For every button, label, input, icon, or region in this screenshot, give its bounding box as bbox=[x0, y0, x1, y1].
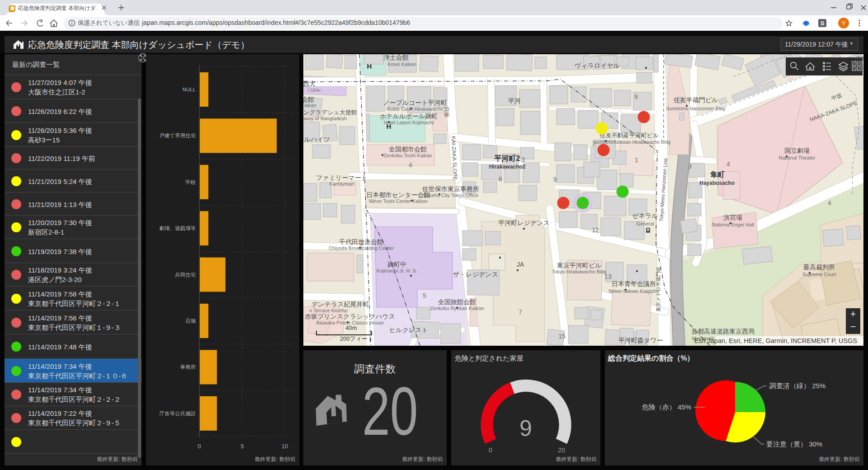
svg-text:Familymart: Familymart bbox=[330, 181, 354, 187]
svg-text:危険（赤） 45%: 危険（赤） 45% bbox=[642, 403, 691, 411]
svg-text:Sumitomofudosan Hirakawacho Bl: Sumitomofudosan Hirakawacho Bldg bbox=[593, 139, 670, 145]
svg-text:東京メトロ半蔵門線: 東京メトロ半蔵門線 bbox=[656, 267, 661, 312]
svg-text:隼町: 隼町 bbox=[710, 171, 725, 179]
svg-text:2: 2 bbox=[592, 140, 596, 147]
svg-text:住友半蔵門ビル: 住友半蔵門ビル bbox=[674, 96, 718, 103]
svg-text:会館: 会館 bbox=[303, 96, 314, 103]
svg-text:演芸場: 演芸場 bbox=[723, 214, 742, 221]
svg-text:1: 1 bbox=[635, 156, 638, 164]
svg-text:9: 9 bbox=[634, 93, 638, 100]
svg-text:事務所: 事務所 bbox=[180, 364, 196, 370]
svg-text:0: 0 bbox=[489, 446, 492, 454]
svg-text:7: 7 bbox=[519, 308, 522, 315]
svg-text:15: 15 bbox=[558, 333, 566, 340]
svg-text:Hayabusacho: Hayabusacho bbox=[699, 180, 735, 186]
svg-text:4: 4 bbox=[828, 199, 831, 207]
svg-text:庁舎等公共施設: 庁舎等公共施設 bbox=[160, 411, 196, 416]
svg-text:Tokyo Hirakawacho Bldg: Tokyo Hirakawacho Bldg bbox=[552, 269, 606, 274]
svg-text:東京平河町ビル: 東京平河町ビル bbox=[557, 262, 602, 269]
svg-text:戸建て専用住宅: 戸建て専用住宅 bbox=[159, 133, 196, 138]
svg-text:応急危険度判定調査 本部向けダ: 応急危険度判定調査 本部向けダ bbox=[18, 5, 96, 11]
svg-text:平河町森タワー: 平河町森タワー bbox=[618, 337, 663, 344]
svg-text:ファミリーマート: ファミリーマート bbox=[316, 174, 368, 181]
svg-text:学校: 学校 bbox=[185, 179, 196, 185]
svg-text:Supreme Court: Supreme Court bbox=[802, 272, 836, 277]
svg-text:National Theater: National Theater bbox=[778, 155, 815, 160]
svg-text:住友不動産平河町ビル: 住友不動産平河町ビル bbox=[599, 132, 659, 139]
svg-text:平河町2: 平河町2 bbox=[494, 155, 520, 162]
svg-text:i Univ.: i Univ. bbox=[308, 87, 321, 93]
svg-text:デンテラス紀尾井町: デンテラス紀尾井町 bbox=[311, 301, 369, 308]
svg-text:平河: 平河 bbox=[508, 97, 521, 104]
svg-text:Sumitomo Hanzomon Bldg: Sumitomo Hanzomon Bldg bbox=[666, 106, 726, 111]
svg-text:麹町中: 麹町中 bbox=[387, 261, 406, 268]
svg-text:ザ・レジデンス: ザ・レジデンス bbox=[453, 271, 498, 278]
svg-text:日本都市センター会館: 日本都市センター会館 bbox=[367, 191, 430, 198]
svg-text:Chiyoda Broadcasting Center: Chiyoda Broadcasting Center bbox=[329, 245, 394, 251]
svg-text:Noble Court Hirakawacho: Noble Court Hirakawacho bbox=[387, 106, 443, 112]
svg-text:5: 5 bbox=[241, 443, 244, 450]
svg-text:assy of Bangladesh: assy of Bangladesh bbox=[303, 116, 347, 121]
svg-text:ゼネラル: ゼネラル bbox=[632, 212, 658, 219]
svg-text:200フィート: 200フィート bbox=[340, 335, 374, 342]
svg-text:日本青年会議所: 日本青年会議所 bbox=[612, 280, 656, 287]
svg-text:要注意（黄） 30%: 要注意（黄） 30% bbox=[766, 440, 822, 448]
svg-text:ヒルクレスト: ヒルクレスト bbox=[389, 326, 428, 334]
svg-text:Y: Y bbox=[842, 20, 846, 27]
svg-text:National Engei Hall: National Engei Hall bbox=[712, 222, 754, 227]
svg-text:平河町レジデンス: 平河町レジデンス bbox=[498, 219, 550, 226]
svg-text:全国旅館会館: 全国旅館会館 bbox=[438, 298, 476, 306]
svg-text:Saseho City Tokyo Office: Saseho City Tokyo Office bbox=[423, 193, 479, 198]
svg-text:Kosei Kaikan: Kosei Kaikan bbox=[387, 61, 416, 67]
svg-text:40m: 40m bbox=[345, 324, 357, 331]
svg-text:国立劇場: 国立劇場 bbox=[784, 147, 810, 154]
svg-text:ノーブルコート平河町: ノーブルコート平河町 bbox=[383, 99, 447, 106]
svg-text:JA: JA bbox=[517, 261, 524, 268]
svg-text:Hirakawacho2: Hirakawacho2 bbox=[489, 164, 526, 170]
svg-text:S: S bbox=[821, 20, 825, 27]
svg-text:5: 5 bbox=[423, 292, 426, 299]
svg-text:全国都市会館: 全国都市会館 bbox=[389, 146, 427, 153]
svg-text:aikan: aikan bbox=[304, 103, 316, 108]
svg-text:Nihon Toshi Center Kaikan: Nihon Toshi Center Kaikan bbox=[369, 198, 428, 204]
svg-text:3: 3 bbox=[521, 156, 525, 163]
svg-text:調査済（緑） 25%: 調査済（緑） 25% bbox=[769, 382, 826, 390]
svg-text:浄土会館: 浄土会館 bbox=[383, 54, 409, 61]
svg-text:8: 8 bbox=[499, 175, 502, 183]
svg-text:General: General bbox=[636, 221, 654, 226]
svg-text:Akasaka Prince Classic House: Akasaka Prince Classic House bbox=[316, 320, 384, 325]
svg-text:赤坂プリンスクラシックハウス: 赤坂プリンスクラシックハウス bbox=[305, 313, 395, 320]
svg-text:13: 13 bbox=[604, 273, 612, 280]
svg-text:佐世保市東京事務所: 佐世保市東京事務所 bbox=[422, 185, 479, 193]
svg-text:Kojimachi Jr. H. S.: Kojimachi Jr. H. S. bbox=[377, 268, 417, 273]
svg-text:ホテルルポール麹町: ホテルルポール麹町 bbox=[380, 113, 438, 120]
svg-text:9: 9 bbox=[519, 416, 532, 441]
svg-text:Zenkoku Toshi Kaikan: Zenkoku Toshi Kaikan bbox=[383, 153, 432, 158]
svg-text:店舗: 店舗 bbox=[185, 318, 196, 324]
svg-text:最高裁判所: 最高裁判所 bbox=[803, 263, 835, 271]
svg-text:4: 4 bbox=[409, 161, 412, 169]
svg-text:0: 0 bbox=[198, 443, 201, 450]
svg-text:ルハイツ: ルハイツ bbox=[304, 136, 330, 143]
svg-text:3: 3 bbox=[688, 163, 692, 170]
svg-text:千代田放送会館: 千代田放送会館 bbox=[339, 238, 383, 245]
svg-text:首都高速道路東京西局: 首都高速道路東京西局 bbox=[691, 328, 755, 335]
svg-text:9: 9 bbox=[553, 176, 557, 183]
svg-text:H: H bbox=[367, 62, 372, 70]
svg-text:10: 10 bbox=[282, 443, 288, 450]
svg-text:Nihon Seinen Kaigisho: Nihon Seinen Kaigisho bbox=[609, 288, 659, 294]
svg-text:ングラデシュ大使館: ングラデシュ大使館 bbox=[303, 109, 357, 116]
svg-text:20: 20 bbox=[558, 446, 565, 454]
svg-text:Hotel Leport Kojimachi: Hotel Leport Kojimachi bbox=[384, 120, 434, 125]
svg-text:12: 12 bbox=[592, 226, 599, 234]
svg-text:劇場、遊戯場等: 劇場、遊戯場等 bbox=[160, 226, 196, 231]
svg-text:西大: 西大 bbox=[303, 80, 316, 87]
svg-text:共同住宅: 共同住宅 bbox=[175, 272, 196, 277]
svg-text:NULL: NULL bbox=[183, 87, 196, 92]
svg-text:貝坂: 貝坂 bbox=[443, 107, 450, 118]
svg-text:4: 4 bbox=[726, 160, 730, 168]
svg-text:ヴィラロイヤル: ヴィラロイヤル bbox=[575, 62, 620, 69]
